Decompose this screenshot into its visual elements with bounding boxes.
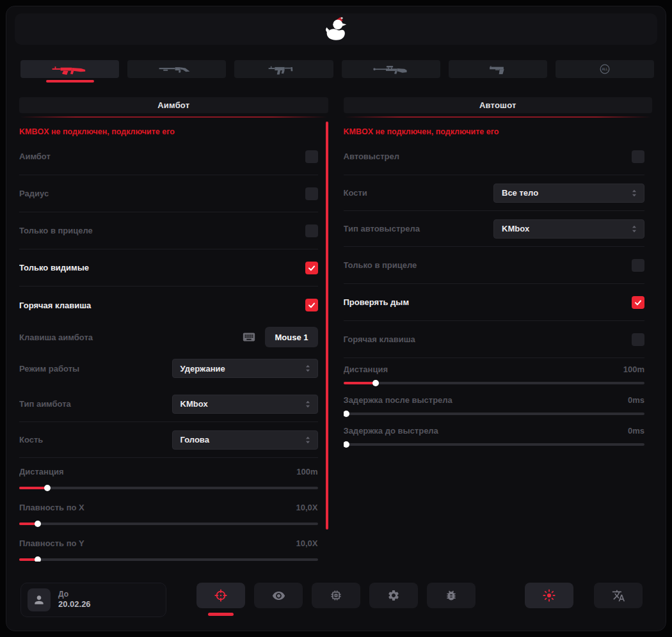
smooth-x-slider[interactable] [19, 521, 318, 527]
smoke-check-checkbox[interactable] [632, 296, 644, 309]
select-value: Все тело [502, 188, 538, 198]
tab-pistols-wrap [449, 60, 547, 83]
slider-label: Задержка после выстрела [344, 395, 452, 405]
tab-shotguns[interactable] [127, 60, 226, 78]
slider-thumb[interactable] [44, 485, 51, 491]
keyboard-icon [242, 330, 256, 344]
distance-slider[interactable] [344, 380, 645, 386]
tab-rifles[interactable] [20, 60, 119, 78]
language-button[interactable] [594, 583, 643, 608]
slider-label: Дистанция [19, 467, 64, 476]
spinner-icon [303, 435, 312, 445]
row-label: Тип автовыстрела [344, 224, 420, 233]
footer-nav [196, 583, 476, 616]
nav-aim-button[interactable] [196, 583, 245, 608]
row-label: Проверять дым [344, 297, 410, 307]
autoshot-type-select[interactable]: KMbox [493, 219, 644, 239]
slider-value: 0ms [628, 395, 644, 405]
delay-before-slider[interactable] [344, 441, 645, 448]
select-value: Удержание [180, 364, 225, 374]
row-label: Только видимые [19, 263, 89, 272]
row-smoke-check: Проверять дым [344, 284, 645, 321]
subscription-label: До [58, 590, 91, 600]
row-hotkey-toggle: Горячая клавиша [344, 321, 645, 358]
delay-after-slider[interactable] [344, 411, 645, 417]
bones-select[interactable]: Все тело [493, 184, 644, 203]
footer-utilities [525, 583, 643, 608]
row-autoshot-type: Тип автовыстрела KMbox [344, 211, 645, 247]
slider-value: 100m [296, 467, 317, 476]
slider-label: Плавность по X [19, 503, 84, 512]
tab-smgs[interactable] [234, 60, 333, 78]
slider-thumb[interactable] [344, 411, 350, 417]
avatar [28, 588, 51, 611]
row-label: Клавиша аимбота [19, 333, 93, 342]
select-value: Голова [180, 435, 209, 444]
footer-bar: До 20.02.26 [14, 579, 658, 622]
slider-thumb[interactable] [372, 380, 379, 386]
check-icon [307, 263, 316, 272]
pistol-icon [479, 63, 516, 76]
row-scope-only: Только в прицеле [344, 247, 645, 284]
spinner-icon [630, 188, 639, 198]
app-frame: ALL Аимбот KMBOX не подключен, подключит… [6, 6, 666, 631]
slider-label: Задержка до выстрела [344, 426, 438, 436]
slider-value: 0ms [628, 426, 644, 436]
panel-scrollbar[interactable] [326, 122, 328, 530]
check-icon [634, 298, 643, 307]
slider-value: 100m [623, 365, 644, 374]
tab-pistols[interactable] [449, 60, 547, 78]
tab-shotguns-wrap [127, 60, 226, 83]
autoshot-checkbox[interactable] [632, 150, 644, 163]
scope-only-checkbox[interactable] [632, 259, 644, 272]
nav-visuals-button[interactable] [254, 583, 303, 608]
distance-slider[interactable] [19, 485, 318, 491]
crosshair-icon [214, 588, 228, 602]
tab-rifles-wrap [20, 60, 119, 83]
subscription-date: 20.02.26 [58, 599, 91, 610]
slider-thumb[interactable] [35, 521, 41, 527]
slider-thumb[interactable] [35, 556, 41, 562]
row-label: Тип аимбота [19, 399, 71, 409]
aimbot-key-button[interactable]: Mouse 1 [265, 327, 317, 347]
row-smooth-y: Плавность по Y 10,0X [19, 531, 318, 562]
row-distance: Дистанция 100m [19, 458, 318, 495]
logo-bar [15, 13, 657, 45]
chip-icon [330, 589, 342, 602]
row-delay-after-shot: Задержка после выстрела 0ms [344, 389, 645, 420]
nav-misc-button[interactable] [312, 583, 360, 608]
aimbot-checkbox[interactable] [305, 150, 318, 163]
hotkey-checkbox[interactable] [305, 299, 318, 311]
theme-button[interactable] [525, 583, 573, 608]
scope-only-checkbox[interactable] [305, 224, 318, 237]
visible-only-checkbox[interactable] [305, 262, 318, 274]
nav-settings-button[interactable] [369, 583, 418, 608]
nav-debug-button[interactable] [427, 583, 476, 608]
bone-select[interactable]: Голова [172, 430, 318, 450]
smooth-y-slider[interactable] [19, 556, 318, 562]
tab-all-weapons[interactable]: ALL [556, 60, 654, 78]
row-aimbot-key: Клавиша аимбота Mouse 1 [19, 324, 318, 350]
tab-snipers[interactable] [342, 60, 440, 78]
user-icon [33, 594, 45, 606]
gear-icon [387, 589, 400, 602]
panel-aimbot: Аимбот KMBOX не подключен, подключите ег… [19, 97, 328, 562]
slider-thumb[interactable] [344, 441, 350, 448]
radius-checkbox[interactable] [305, 187, 318, 200]
row-distance: Дистанция 100m [344, 358, 645, 389]
row-bones: Кости Все тело [344, 175, 645, 211]
rifle-icon [51, 63, 88, 76]
row-label: Горячая клавиша [344, 334, 415, 344]
row-delay-before-shot: Задержка до выстрела 0ms [344, 420, 645, 450]
row-visible-only: Только видимые [19, 249, 318, 287]
row-label: Аимбот [19, 152, 51, 161]
row-label: Кости [344, 188, 367, 198]
weapon-tabs: ALL [20, 60, 654, 83]
work-mode-select[interactable]: Удержание [172, 359, 318, 378]
app-window: ALL Аимбот KMBOX не подключен, подключит… [0, 0, 672, 637]
svg-text:ALL: ALL [602, 68, 607, 71]
hotkey-checkbox[interactable] [632, 333, 644, 346]
aimbot-type-select[interactable]: KMbox [172, 395, 318, 414]
eye-icon [272, 589, 285, 602]
check-icon [307, 301, 316, 310]
